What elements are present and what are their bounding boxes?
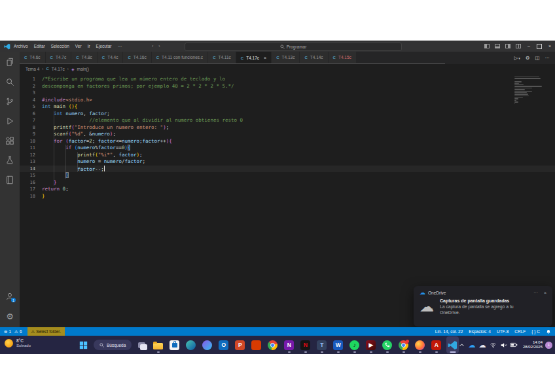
problems-indicator[interactable]: ⊗1 ⚠6 — [4, 329, 22, 334]
menu-item-1[interactable]: Editar — [34, 44, 45, 49]
chrome-profile-taskbar-icon[interactable] — [397, 336, 410, 353]
code-line-14[interactable]: 14 factor--; — [20, 166, 555, 173]
code-line-17[interactable]: 17return 0; — [20, 186, 555, 193]
code-line-11[interactable]: 11 if (numero%factor==0){ — [20, 145, 555, 152]
code-line-18[interactable]: 18} — [20, 193, 555, 200]
code-line-15[interactable]: 15 } — [20, 172, 555, 179]
weather-cloud-icon[interactable]: ☁ — [478, 340, 486, 349]
split-editor-icon[interactable]: ◫ — [535, 55, 539, 61]
whatsapp-taskbar-icon[interactable] — [381, 336, 393, 353]
customize-layout-icon[interactable] — [513, 41, 524, 52]
extensions-icon[interactable] — [3, 134, 17, 148]
indentation[interactable]: Espacios: 4 — [469, 329, 491, 334]
minimap[interactable] — [514, 77, 547, 105]
code-line-8[interactable]: 8 printf("Introduce un numero entero: ")… — [20, 124, 555, 132]
firefox-taskbar-icon[interactable] — [414, 336, 426, 353]
notification-count-badge[interactable]: 1 — [545, 342, 552, 349]
testing-icon[interactable] — [3, 153, 17, 168]
chrome-taskbar-icon[interactable] — [266, 336, 279, 353]
notebook-icon[interactable] — [3, 173, 17, 187]
volume-muted-icon[interactable] — [499, 340, 507, 349]
forward-arrow-icon[interactable]: › — [158, 44, 160, 48]
notifications-bell-icon[interactable] — [546, 329, 551, 334]
minimize-button[interactable]: – — [524, 41, 534, 52]
settings-icon[interactable]: ⚙ — [3, 309, 17, 323]
netflix-taskbar-icon[interactable]: N — [299, 336, 312, 353]
code-line-6[interactable]: 6 int numero, factor; — [20, 111, 555, 118]
menu-item-3[interactable]: Ver — [75, 44, 82, 49]
encoding[interactable]: UTF-8 — [497, 329, 509, 334]
source-control-icon[interactable] — [3, 94, 17, 109]
breadcrumb-folder[interactable]: Tema 4 — [26, 67, 39, 71]
code-line-7[interactable]: 7 //elemento que al dividir al numero ob… — [20, 117, 555, 124]
breadcrumb-file[interactable]: T4.17c — [52, 67, 65, 71]
code-line-1[interactable]: 1/*Escribe un programa que lea un número… — [20, 76, 555, 83]
onenote-taskbar-icon[interactable]: N — [283, 336, 295, 353]
tab-T4.16c[interactable]: CT4.16c — [123, 52, 151, 63]
toggle-sidebar-icon[interactable] — [482, 41, 492, 52]
microsoft-store-taskbar-icon[interactable] — [168, 336, 181, 353]
media-app-taskbar-icon[interactable]: ▶ — [365, 336, 377, 353]
search-icon[interactable] — [3, 75, 17, 89]
onedrive-tray-icon[interactable]: ☁ — [468, 340, 476, 349]
run-and-debug-icon[interactable] — [3, 114, 17, 128]
tab-T4.13c[interactable]: CT4.13c — [272, 52, 300, 63]
code-line-13[interactable]: 13 numero = numero/factor; — [20, 158, 555, 166]
code-line-4[interactable]: 4#include<stdio.h> — [20, 97, 555, 104]
notification-more-icon[interactable]: ⋯ — [533, 291, 538, 296]
close-button[interactable]: × — [545, 41, 555, 52]
toggle-secondary-sidebar-icon[interactable] — [503, 41, 513, 52]
tab-T4.14c[interactable]: CT4.14c — [300, 52, 328, 63]
office-taskbar-icon[interactable] — [250, 336, 262, 353]
menu-item-5[interactable]: Ejecutar — [96, 44, 112, 49]
tab-T4.11-con-funciones.c[interactable]: CT4.11 con funciones.c — [152, 52, 208, 63]
tab-close-icon[interactable]: × — [264, 56, 266, 60]
toggle-panel-icon[interactable] — [492, 41, 503, 52]
file-explorer-taskbar-icon[interactable] — [152, 336, 164, 353]
explorer-icon[interactable] — [3, 55, 17, 69]
more-actions-icon[interactable]: ⋯ — [545, 55, 550, 61]
select-folder-warning[interactable]: ⚠ Select folder. — [27, 327, 65, 336]
start-button[interactable] — [77, 336, 90, 353]
eol-sequence[interactable]: CRLF — [514, 329, 526, 334]
tab-T4.15c[interactable]: CT4.15c — [329, 52, 357, 63]
weather-widget[interactable]: 8°C Soleado — [5, 338, 31, 348]
code-line-10[interactable]: 10 for (factor=2; factor<=numero;factor+… — [20, 138, 555, 145]
task-view-taskbar-icon[interactable] — [135, 336, 148, 353]
breadcrumb-symbol[interactable]: main() — [77, 67, 89, 71]
menu-item-2[interactable]: Selección — [51, 44, 69, 49]
tab-T4.4c[interactable]: CT4.4c — [98, 52, 124, 63]
code-line-3[interactable]: 3 — [20, 90, 555, 97]
teams-taskbar-icon[interactable]: T — [315, 336, 328, 353]
back-arrow-icon[interactable]: ‹ — [152, 44, 153, 48]
restore-button[interactable] — [534, 41, 545, 52]
tab-T4.8c[interactable]: CT4.8c — [71, 52, 98, 63]
cursor-position[interactable]: Lín. 14, col. 22 — [435, 329, 463, 334]
notification-close-icon[interactable]: × — [544, 291, 546, 296]
menu-item-4[interactable]: Ir — [88, 44, 90, 49]
accounts-icon[interactable]: 1 — [3, 289, 17, 304]
taskbar-search[interactable]: Búsqueda — [94, 340, 132, 350]
powerpoint-taskbar-icon[interactable]: P — [234, 336, 246, 353]
copilot-taskbar-icon[interactable] — [201, 336, 213, 353]
battery-icon[interactable] — [510, 340, 518, 349]
code-line-16[interactable]: 16 } — [20, 179, 555, 187]
run-settings-icon[interactable]: ⚙ — [526, 55, 530, 61]
code-line-9[interactable]: 9 scanf("%d", &numero); — [20, 131, 555, 138]
clock[interactable]: 14:04 28/02/2025 — [520, 340, 543, 349]
tab-T4.7c[interactable]: CT4.7c — [46, 52, 72, 63]
spotify-taskbar-icon[interactable]: ♪ — [348, 336, 361, 353]
menu-item-6[interactable]: ⋯ — [117, 44, 122, 49]
tray-chevron-icon[interactable] — [457, 340, 465, 349]
tab-T4.11c[interactable]: CT4.11c — [208, 52, 236, 63]
code-line-5[interactable]: 5int main (){ — [20, 103, 555, 111]
code-line-2[interactable]: 2descomponga en factores primos; por eje… — [20, 83, 555, 90]
outlook-taskbar-icon[interactable]: O — [217, 336, 230, 353]
edge-taskbar-icon[interactable] — [185, 336, 197, 353]
word-taskbar-icon[interactable]: W — [332, 336, 344, 353]
menu-item-0[interactable]: Archivo — [14, 44, 28, 49]
acrobat-taskbar-icon[interactable]: A — [430, 336, 442, 353]
run-code-button[interactable]: ▷▾ — [514, 55, 520, 61]
tab-T4.6c[interactable]: CT4.6c — [20, 52, 46, 63]
language-mode[interactable]: { } C — [531, 329, 540, 334]
